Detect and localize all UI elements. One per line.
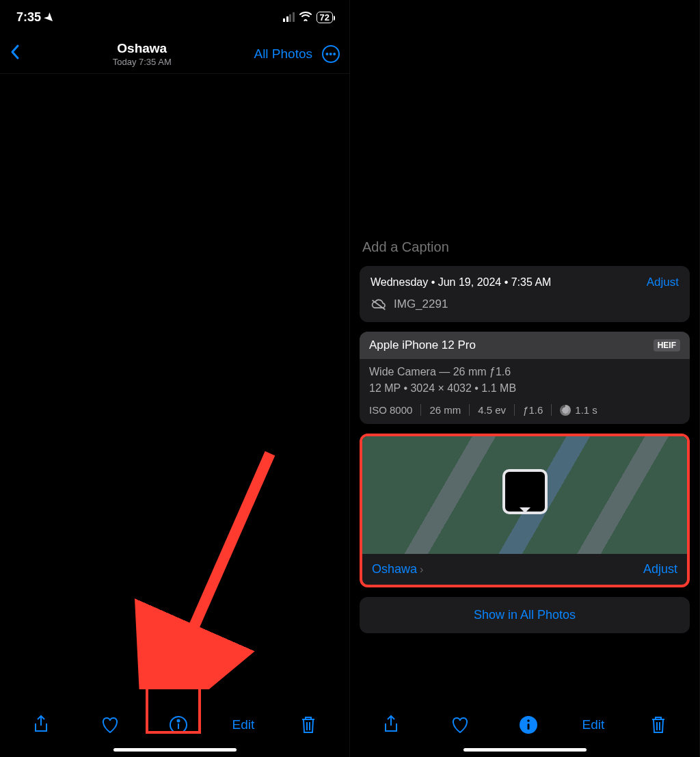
edit-button[interactable]: Edit bbox=[582, 717, 605, 732]
caption-input[interactable] bbox=[362, 239, 687, 255]
lens-info: Wide Camera — 26 mm ƒ1.6 bbox=[369, 366, 680, 378]
back-button[interactable] bbox=[10, 43, 30, 65]
camera-device: Apple iPhone 12 Pro bbox=[369, 338, 476, 352]
caption-field-wrapper bbox=[360, 233, 690, 266]
home-indicator[interactable] bbox=[113, 748, 237, 752]
nav-subtitle: Today 7:35 AM bbox=[30, 57, 254, 67]
spec-iso: ISO 8000 bbox=[369, 404, 421, 416]
map-location-link[interactable]: Oshawa › bbox=[372, 562, 423, 576]
status-bar: 7:35 ➤ 72 bbox=[0, 0, 349, 34]
battery-indicator: 72 bbox=[317, 12, 333, 23]
cellular-signal-icon bbox=[283, 12, 295, 22]
chevron-right-icon: › bbox=[420, 563, 423, 576]
nav-title-block: Oshawa Today 7:35 AM bbox=[30, 41, 254, 67]
spec-aperture: ƒ1.6 bbox=[515, 404, 552, 416]
edit-button[interactable]: Edit bbox=[232, 717, 255, 732]
info-button[interactable] bbox=[163, 710, 193, 740]
photo-peek-area[interactable] bbox=[350, 0, 699, 233]
annotation-arrow bbox=[0, 74, 350, 689]
date-metadata-card: Wednesday • Jun 19, 2024 • 7:35 AM Adjus… bbox=[360, 266, 690, 322]
delete-button[interactable] bbox=[293, 710, 323, 740]
navigation-bar: Oshawa Today 7:35 AM All Photos ••• bbox=[0, 34, 349, 74]
spec-shutter: 1.1 s bbox=[552, 404, 597, 416]
all-photos-button[interactable]: All Photos bbox=[254, 47, 312, 62]
svg-point-2 bbox=[178, 720, 180, 722]
location-arrow-icon: ➤ bbox=[42, 10, 57, 25]
location-map-card[interactable]: Oshawa › Adjust bbox=[360, 434, 690, 587]
resolution-info: 12 MP • 3024 × 4032 • 1.1 MB bbox=[369, 382, 680, 395]
share-button[interactable] bbox=[26, 710, 56, 740]
exif-specs-row: ISO 8000 26 mm 4.5 ev ƒ1.6 1.1 s bbox=[360, 397, 690, 424]
photo-datetime: Wednesday • Jun 19, 2024 • 7:35 AM bbox=[371, 276, 551, 289]
cloud-off-icon bbox=[371, 296, 387, 313]
delete-button[interactable] bbox=[643, 710, 673, 740]
svg-point-4 bbox=[527, 719, 530, 722]
camera-metadata-card: Apple iPhone 12 Pro HEIF Wide Camera — 2… bbox=[360, 332, 690, 424]
map-thumbnail[interactable] bbox=[362, 436, 687, 554]
favorite-button[interactable] bbox=[95, 710, 125, 740]
home-indicator[interactable] bbox=[463, 748, 587, 752]
spec-focal: 26 mm bbox=[421, 404, 470, 416]
svg-rect-5 bbox=[528, 723, 530, 730]
photo-viewport[interactable] bbox=[0, 74, 349, 700]
nav-title: Oshawa bbox=[30, 41, 254, 56]
info-button-active[interactable] bbox=[513, 710, 543, 740]
show-in-all-photos-button[interactable]: Show in All Photos bbox=[360, 597, 690, 633]
more-options-button[interactable]: ••• bbox=[322, 45, 340, 63]
spec-ev: 4.5 ev bbox=[470, 404, 515, 416]
adjust-date-button[interactable]: Adjust bbox=[647, 276, 679, 289]
shutter-icon bbox=[560, 405, 571, 416]
file-format-badge: HEIF bbox=[654, 339, 680, 351]
wifi-icon bbox=[299, 10, 312, 25]
status-time: 7:35 bbox=[16, 10, 41, 25]
photo-info-panel: Wednesday • Jun 19, 2024 • 7:35 AM Adjus… bbox=[350, 233, 699, 700]
share-button[interactable] bbox=[376, 710, 406, 740]
map-photo-pin bbox=[502, 469, 548, 514]
phone-left-photo-view: 7:35 ➤ 72 Oshawa Today 7:35 AM All Photo… bbox=[0, 0, 350, 757]
photo-filename: IMG_2291 bbox=[394, 297, 448, 311]
phone-right-info-panel: Wednesday • Jun 19, 2024 • 7:35 AM Adjus… bbox=[350, 0, 700, 757]
favorite-button[interactable] bbox=[445, 710, 475, 740]
svg-line-0 bbox=[186, 453, 270, 645]
adjust-location-button[interactable]: Adjust bbox=[643, 562, 677, 576]
